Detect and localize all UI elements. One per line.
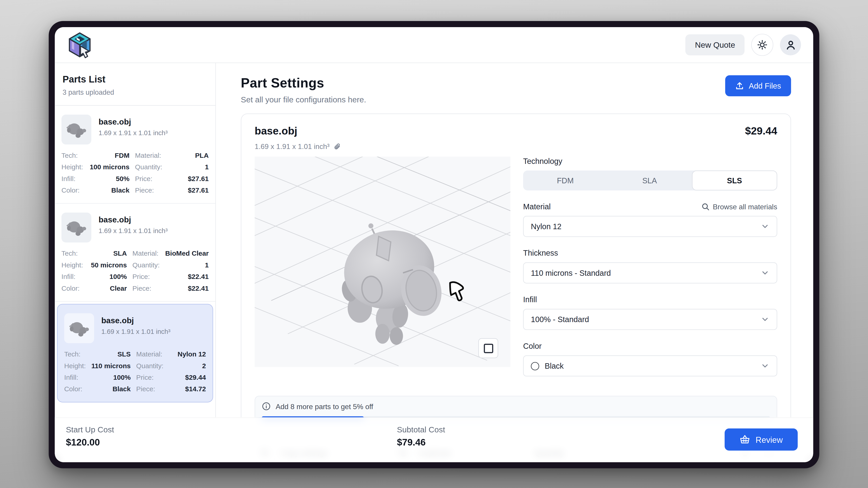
spec-value: 50 microns xyxy=(89,261,127,269)
model-3d-viewer[interactable] xyxy=(255,157,510,367)
spec-value: SLA xyxy=(89,249,127,257)
spec-label: Height: xyxy=(61,261,83,269)
chevron-down-icon xyxy=(761,315,770,324)
subtotal-cost-label: Subtotal Cost xyxy=(397,425,445,434)
chevron-down-icon xyxy=(761,222,770,231)
app-surface: New Quote xyxy=(55,27,813,462)
spec-value: 50% xyxy=(89,175,129,183)
spec-label: Tech: xyxy=(61,152,83,159)
spec-label: Material: xyxy=(136,350,164,358)
spec-label: Quantity: xyxy=(136,362,164,370)
theme-toggle-button[interactable] xyxy=(751,34,773,56)
spec-value: 2 xyxy=(169,362,206,370)
tab-sla[interactable]: SLA xyxy=(608,171,692,190)
spec-value: 100% xyxy=(89,273,127,280)
spec-value: Black xyxy=(89,186,129,194)
browse-all-materials-label: Browse all materials xyxy=(713,202,777,211)
page-subtitle: Set all your file configurations here. xyxy=(241,95,366,104)
pointer-cursor-icon xyxy=(447,280,467,304)
panel-body: Technology FDM SLA SLS Mater xyxy=(255,157,777,388)
startup-cost-value: $120.00 xyxy=(66,437,114,449)
page-title: Part Settings xyxy=(241,75,366,91)
spec-value: BioMed Clear xyxy=(165,249,209,257)
main-content: Part Settings Set all your file configur… xyxy=(216,63,813,462)
part-thumbnail xyxy=(64,313,94,343)
spec-label: Infill: xyxy=(61,175,83,183)
technology-section: Technology FDM SLA SLS xyxy=(523,157,777,190)
color-label: Color xyxy=(523,341,777,350)
spec-label: Quantity: xyxy=(132,261,160,269)
discount-text: Add 8 more parts to get 5% off xyxy=(276,402,373,410)
startup-cost-block: Start Up Cost $120.00 xyxy=(66,425,114,449)
color-swatch-icon xyxy=(531,362,539,370)
app-window: New Quote xyxy=(49,21,819,468)
spec-value: SLS xyxy=(91,350,131,358)
spec-label: Price: xyxy=(136,374,164,381)
color-select[interactable]: Black xyxy=(523,355,777,376)
tab-fdm[interactable]: FDM xyxy=(523,171,608,190)
config-column: Technology FDM SLA SLS Mater xyxy=(523,157,777,388)
spec-label: Infill: xyxy=(61,273,83,280)
part-card-titles: base.obj 1.69 x 1.91 x 1.01 inch³ xyxy=(98,115,168,137)
thickness-section: Thickness 110 microns - Standard xyxy=(523,249,777,283)
spec-label: Infill: xyxy=(64,374,86,381)
technology-segmented-control: FDM SLA SLS xyxy=(523,171,777,190)
startup-cost-label: Start Up Cost xyxy=(66,425,114,434)
paperclip-icon[interactable] xyxy=(333,143,341,150)
material-select[interactable]: Nylon 12 xyxy=(523,216,777,237)
robot-thumb-icon xyxy=(68,318,91,338)
part-spec-grid: Tech:FDM Material:PLA Height:100 microns… xyxy=(61,152,209,194)
part-card-titles: base.obj 1.69 x 1.91 x 1.01 inch³ xyxy=(101,313,170,335)
top-bar-actions: New Quote xyxy=(686,34,801,56)
panel-header: base.obj $29.44 xyxy=(255,125,777,137)
top-bar: New Quote xyxy=(55,27,813,63)
chevron-down-icon xyxy=(761,269,770,277)
spec-label: Tech: xyxy=(64,350,86,358)
add-files-label: Add Files xyxy=(749,81,781,90)
review-label: Review xyxy=(756,435,783,445)
subtotal-cost-value: $79.46 xyxy=(397,437,445,449)
part-file-name: base.obj xyxy=(98,117,168,126)
part-dimensions: 1.69 x 1.91 x 1.01 inch³ xyxy=(98,227,168,235)
part-thumbnail xyxy=(61,212,91,242)
spec-value: $14.72 xyxy=(169,385,206,393)
part-file-name: base.obj xyxy=(101,316,170,325)
user-profile-button[interactable] xyxy=(780,34,801,55)
spec-value: 100% xyxy=(91,374,131,381)
part-settings-panel: base.obj $29.44 1.69 x 1.91 x 1.01 inch³ xyxy=(241,114,791,462)
chevron-down-icon xyxy=(761,361,770,370)
review-button[interactable]: Review xyxy=(725,429,798,451)
sun-icon xyxy=(757,40,767,50)
tab-sls-active[interactable]: SLS xyxy=(692,171,777,190)
spec-value: Clear xyxy=(89,284,127,292)
robot-thumb-icon xyxy=(65,120,88,140)
spec-label: Color: xyxy=(61,186,83,194)
add-files-button[interactable]: Add Files xyxy=(725,75,791,96)
cost-summary-footer: Start Up Cost $120.00 Subtotal Cost $79.… xyxy=(55,418,813,462)
infill-select[interactable]: 100% - Standard xyxy=(523,309,777,330)
viewer-frame-button[interactable] xyxy=(478,338,498,358)
part-card-1[interactable]: base.obj 1.69 x 1.91 x 1.01 inch³ Tech:F… xyxy=(55,106,215,204)
thickness-value: 110 microns - Standard xyxy=(531,269,611,277)
part-card-3-selected[interactable]: base.obj 1.69 x 1.91 x 1.01 inch³ Tech:S… xyxy=(57,304,213,402)
spec-label: Color: xyxy=(64,385,86,393)
new-quote-button[interactable]: New Quote xyxy=(686,34,745,55)
part-card-2[interactable]: base.obj 1.69 x 1.91 x 1.01 inch³ Tech:S… xyxy=(55,204,215,302)
thickness-select[interactable]: 110 microns - Standard xyxy=(523,263,777,283)
infill-section: Infill 100% - Standard xyxy=(523,295,777,330)
parts-sidebar: Parts List 3 parts uploaded xyxy=(55,63,216,462)
panel-file-name: base.obj xyxy=(255,125,298,137)
part-thumbnail xyxy=(61,115,91,145)
part-dimensions: 1.69 x 1.91 x 1.01 inch³ xyxy=(98,129,168,137)
thickness-label: Thickness xyxy=(523,249,777,257)
spec-label: Piece: xyxy=(136,385,164,393)
app-body: Parts List 3 parts uploaded xyxy=(55,63,813,462)
spec-label: Quantity: xyxy=(135,163,162,171)
spec-value: FDM xyxy=(89,152,129,159)
material-label: Material xyxy=(523,202,551,211)
panel-dimensions: 1.69 x 1.91 x 1.01 inch³ xyxy=(255,142,330,151)
spec-value: PLA xyxy=(168,152,209,159)
panel-price: $29.44 xyxy=(745,125,777,137)
spec-label: Price: xyxy=(135,175,162,183)
browse-all-materials-link[interactable]: Browse all materials xyxy=(701,202,777,211)
